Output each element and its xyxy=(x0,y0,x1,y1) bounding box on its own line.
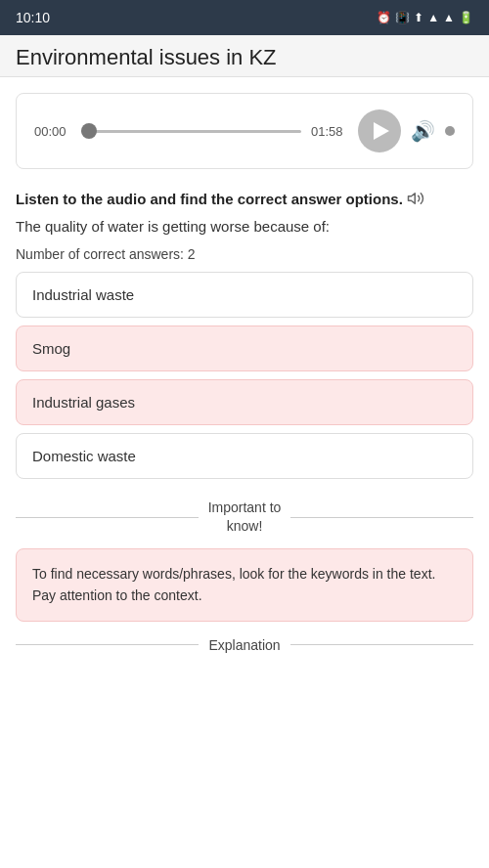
audio-player: 00:00 01:58 🔊 xyxy=(16,93,473,169)
answer-text-4: Domestic waste xyxy=(32,448,136,464)
signal-bars-icon: ▲ xyxy=(443,11,455,24)
audio-track[interactable] xyxy=(81,130,301,133)
answer-options: Industrial waste Smog Industrial gases D… xyxy=(16,272,473,479)
speaker-icon[interactable] xyxy=(407,190,424,212)
page-header: Environmental issues in KZ xyxy=(0,35,489,77)
alarm-icon: ⏰ xyxy=(377,11,391,24)
explanation-label: Explanation xyxy=(208,637,280,653)
page-title: Environmental issues in KZ xyxy=(16,45,473,70)
battery-icon: 🔋 xyxy=(459,11,473,24)
answer-text-1: Industrial waste xyxy=(32,286,134,303)
audio-progress-bar[interactable] xyxy=(81,130,301,133)
explanation-divider: Explanation xyxy=(16,637,473,653)
answer-option-3[interactable]: Industrial gases xyxy=(16,379,473,425)
volume-dot xyxy=(445,126,455,136)
question-label: Listen to the audio and find the correct… xyxy=(16,189,473,212)
audio-time-start: 00:00 xyxy=(34,124,71,139)
question-text: The quality of water is getting worse be… xyxy=(16,218,473,235)
explanation-line-right xyxy=(290,644,473,645)
question-label-text: Listen to the audio and find the correct… xyxy=(16,191,403,207)
divider-left xyxy=(16,517,199,518)
answer-text-3: Industrial gases xyxy=(32,394,135,411)
explanation-line-left xyxy=(16,644,199,645)
wifi-icon: ▲ xyxy=(427,11,439,24)
svg-marker-0 xyxy=(409,193,416,203)
info-box: To find necessary words/phrases, look fo… xyxy=(16,548,473,622)
answer-text-2: Smog xyxy=(32,340,70,357)
play-icon xyxy=(374,122,389,140)
important-divider: Important toknow! xyxy=(16,499,473,537)
status-time: 10:10 xyxy=(16,10,50,25)
main-content: 00:00 01:58 🔊 Listen to the audio and fi… xyxy=(0,77,489,669)
status-bar: 10:10 ⏰ 📳 ⬆ ▲ ▲ 🔋 xyxy=(0,0,489,35)
info-box-text: To find necessary words/phrases, look fo… xyxy=(32,566,435,603)
status-icons: ⏰ 📳 ⬆ ▲ ▲ 🔋 xyxy=(377,11,473,24)
play-button[interactable] xyxy=(358,109,401,152)
signal-icon: ⬆ xyxy=(414,11,423,24)
vibrate-icon: 📳 xyxy=(395,11,410,24)
audio-thumb[interactable] xyxy=(81,123,97,139)
divider-right xyxy=(290,517,473,518)
answer-option-4[interactable]: Domestic waste xyxy=(16,433,473,479)
answer-option-2[interactable]: Smog xyxy=(16,326,473,371)
important-label: Important toknow! xyxy=(208,499,282,537)
audio-time-end: 01:58 xyxy=(311,124,348,139)
correct-count: Number of correct answers: 2 xyxy=(16,246,473,262)
volume-icon[interactable]: 🔊 xyxy=(411,119,435,143)
answer-option-1[interactable]: Industrial waste xyxy=(16,272,473,318)
